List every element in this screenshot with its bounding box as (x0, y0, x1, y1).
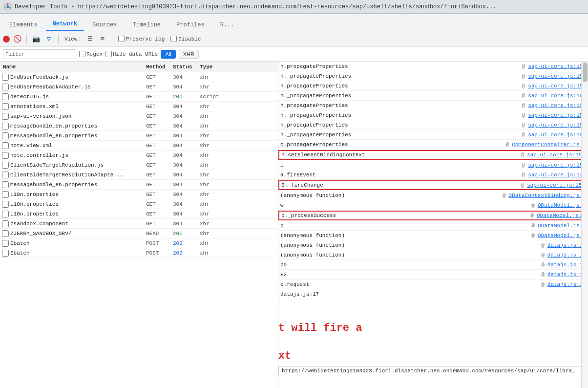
stack-link[interactable]: ODataModel.js:6 (538, 233, 586, 238)
tab-profiles[interactable]: Profiles (169, 18, 212, 31)
row-checkbox[interactable] (2, 74, 9, 81)
stack-row[interactable]: p._processSuccess@ODataModel.js:6 (278, 211, 588, 220)
stack-row[interactable]: (anonymous function)@datajs.js:17 (278, 240, 588, 250)
stack-link[interactable]: ODataModel.js:6 (538, 223, 586, 229)
table-row[interactable]: messagebundle_en.properties GET 304 xhr (0, 180, 278, 190)
stack-link[interactable]: datajs.js:17 (547, 272, 586, 278)
table-row[interactable]: zsandbox.Component GET 304 xhr (0, 219, 278, 229)
table-row[interactable]: messagebundle_en.properties GET 304 xhr (0, 121, 278, 131)
regex-checkbox[interactable] (79, 51, 85, 57)
right-scrollbar[interactable] (581, 62, 588, 388)
table-row[interactable]: ClientSideTargetResolutionAdapte... GET … (0, 170, 278, 180)
table-row[interactable]: EndUserFeedbackAdapter.js GET 304 xhr (0, 82, 278, 92)
table-row[interactable]: note.controller.js GET 304 xhr (0, 151, 278, 160)
row-checkbox[interactable] (2, 191, 9, 198)
row-checkbox[interactable] (2, 142, 9, 149)
stop-button[interactable]: 🚫 (12, 34, 22, 44)
row-checkbox[interactable] (2, 250, 9, 257)
stack-row[interactable]: h.propagateProperties@sap-ui-core.js:152 (278, 81, 588, 91)
stack-row[interactable]: h.setElementBindingContext@sap-ui-core.j… (278, 150, 588, 160)
preserve-log-label[interactable]: Preserve log (118, 36, 165, 42)
tab-timeline[interactable]: Timeline (125, 18, 168, 31)
table-row[interactable]: annotations.xml GET 304 xhr (0, 102, 278, 111)
stack-link[interactable]: ODataContextBinding.js:6 (509, 193, 586, 198)
record-button[interactable] (3, 36, 10, 43)
right-scrollbar-thumb[interactable] (583, 63, 588, 82)
stack-row[interactable]: p9@datajs.js:17 (278, 260, 588, 270)
stack-row[interactable]: o.request@datajs.js:17 (278, 280, 588, 289)
stack-row[interactable]: h.propagateProperties@sap-ui-core.js:152 (278, 62, 588, 71)
table-row[interactable]: note.view.xml GET 304 xhr (0, 141, 278, 151)
table-row[interactable]: i18n.properties GET 304 xhr (0, 190, 278, 199)
row-checkbox[interactable] (2, 103, 9, 110)
table-row[interactable]: messagebundle_en.properties GET 304 xhr (0, 131, 278, 141)
table-row[interactable]: i18n.properties GET 304 xhr (0, 199, 278, 209)
stack-link[interactable]: sap-ui-core.js:152 (528, 93, 586, 99)
row-checkbox[interactable] (2, 172, 9, 178)
row-checkbox[interactable] (2, 152, 9, 159)
disable-cache-label[interactable]: Disable (170, 36, 201, 42)
stack-link[interactable]: ComponentContainer.js:6 (512, 142, 586, 148)
stack-link[interactable]: sap-ui-core.js:152 (528, 103, 586, 108)
row-checkbox[interactable] (2, 113, 9, 120)
stack-link[interactable]: sap-ui-core.js:143 (528, 172, 586, 178)
tab-network[interactable]: Network (46, 18, 84, 31)
stack-link[interactable]: datajs.js:17 (547, 281, 586, 287)
disable-cache-checkbox[interactable] (170, 36, 177, 42)
preserve-log-checkbox[interactable] (118, 36, 125, 42)
stack-row[interactable]: (anonymous function)@datajs.js:17 (278, 250, 588, 260)
stack-link[interactable]: sap-ui-core.js:152 (528, 112, 586, 118)
row-checkbox[interactable] (2, 132, 9, 139)
row-checkbox[interactable] (2, 220, 9, 227)
stack-link[interactable]: datajs.js:17 (547, 262, 586, 268)
row-checkbox[interactable] (2, 123, 9, 129)
stack-link[interactable]: sap-ui-core.js:152 (528, 73, 586, 79)
stack-row[interactable]: w@ODataModel.js:6 (278, 200, 588, 210)
filter-all-button[interactable]: All (161, 50, 175, 59)
table-row[interactable]: i18n.properties GET 304 xhr (0, 209, 278, 219)
list-view-button[interactable]: ☰ (84, 34, 95, 44)
stack-row[interactable]: h.propagateProperties@sap-ui-core.js:152 (278, 101, 588, 110)
stack-row[interactable]: i@sap-ui-core.js:152 (278, 160, 588, 170)
stack-link[interactable]: datajs.js:17 (547, 242, 586, 248)
stack-row[interactable]: h._propagateProperties@sap-ui-core.js:15… (278, 91, 588, 101)
hide-data-label[interactable]: Hide data URLs (105, 51, 158, 57)
stack-row[interactable]: c.propagateProperties@ComponentContainer… (278, 140, 588, 150)
regex-label[interactable]: Regex (79, 51, 103, 57)
stack-row[interactable]: h._propagateProperties@sap-ui-core.js:15… (278, 130, 588, 140)
stack-row[interactable]: a.fireEvent@sap-ui-core.js:143 (278, 170, 588, 180)
table-row[interactable]: sap-ui-version.json GET 304 xhr (0, 111, 278, 121)
stack-link[interactable]: sap-ui-core.js:152 (528, 132, 586, 138)
stack-row[interactable]: (anonymous function)@ODataContextBinding… (278, 191, 588, 200)
row-checkbox[interactable] (2, 181, 9, 188)
table-row[interactable]: detectUI5.js GET 200 script (0, 92, 278, 102)
table-row[interactable]: ClientSideTargetResolution.js GET 304 xh… (0, 160, 278, 170)
row-checkbox[interactable] (2, 211, 9, 217)
row-checkbox[interactable] (2, 201, 9, 208)
tree-view-button[interactable]: ⊞ (97, 34, 108, 44)
table-row[interactable]: $batch POST 202 xhr (0, 238, 278, 248)
stack-link[interactable]: datajs.js:17 (547, 252, 586, 258)
filter-button[interactable]: ▽ (43, 34, 54, 44)
stack-row[interactable]: B._fireChange@sap-ui-core.js:152 (278, 180, 588, 190)
stack-link[interactable]: sap-ui-core.js:152 (527, 152, 585, 158)
filter-input[interactable] (3, 49, 76, 59)
tab-elements[interactable]: Elements (2, 18, 45, 31)
stack-row[interactable]: h._propagateProperties@sap-ui-core.js:15… (278, 71, 588, 81)
stack-row[interactable]: h._propagateProperties@sap-ui-core.js:15… (278, 110, 588, 120)
stack-row[interactable]: h.propagateProperties@sap-ui-core.js:152 (278, 120, 588, 130)
tab-more[interactable]: R... (213, 18, 242, 31)
row-checkbox[interactable] (2, 240, 9, 247)
table-row[interactable]: ZJERRY_SANDBOX_SRV/ HEAD 200 xhr (0, 229, 278, 238)
camera-button[interactable]: 📷 (31, 34, 42, 44)
stack-link[interactable]: ODataModel.js:6 (537, 213, 585, 218)
stack-link[interactable]: sap-ui-core.js:152 (528, 122, 586, 128)
stack-row[interactable]: p@ODataModel.js:6 (278, 221, 588, 231)
stack-link[interactable]: sap-ui-core.js:152 (527, 182, 585, 188)
tab-sources[interactable]: Sources (85, 18, 124, 31)
row-checkbox[interactable] (2, 93, 9, 100)
row-checkbox[interactable] (2, 84, 9, 90)
stack-row[interactable]: datajs.js:17 (278, 289, 588, 299)
stack-link[interactable]: ODataModel.js:6 (538, 202, 586, 208)
row-checkbox[interactable] (2, 162, 9, 169)
